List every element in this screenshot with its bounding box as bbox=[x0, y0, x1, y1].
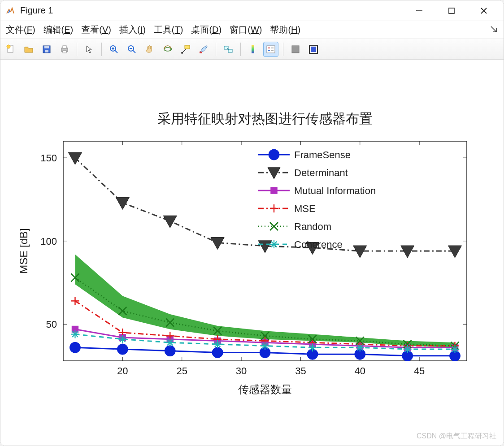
svg-text:25: 25 bbox=[176, 365, 187, 377]
menu-tools[interactable]: 工具(T) bbox=[154, 24, 183, 36]
watermark: CSDN @电气工程研习社 bbox=[417, 432, 496, 441]
menu-window[interactable]: 窗口(W) bbox=[230, 24, 262, 36]
menu-view[interactable]: 查看(V) bbox=[81, 24, 111, 36]
hide-plot-icon[interactable] bbox=[288, 42, 303, 57]
svg-rect-22 bbox=[200, 52, 202, 53]
chart: 采用特征映射对热图进行传感器布置50100150202530354045传感器数… bbox=[0, 61, 504, 446]
menubar: 文件(F) 编辑(E) 查看(V) 插入(I) 工具(T) 桌面(D) 窗口(W… bbox=[0, 21, 504, 39]
svg-text:MSE [dB]: MSE [dB] bbox=[17, 228, 30, 273]
menu-insert[interactable]: 插入(I) bbox=[119, 24, 146, 36]
svg-text:100: 100 bbox=[40, 236, 57, 247]
close-button[interactable] bbox=[473, 3, 495, 19]
pointer-icon[interactable] bbox=[82, 42, 97, 57]
svg-rect-162 bbox=[271, 187, 277, 194]
svg-text:MSE: MSE bbox=[294, 203, 316, 214]
svg-text:20: 20 bbox=[117, 365, 128, 377]
svg-text:45: 45 bbox=[414, 365, 425, 377]
svg-text:35: 35 bbox=[295, 365, 306, 377]
svg-rect-8 bbox=[45, 50, 48, 52]
svg-rect-1 bbox=[449, 8, 454, 13]
svg-rect-31 bbox=[292, 46, 299, 53]
menu-desktop[interactable]: 桌面(D) bbox=[191, 24, 222, 36]
svg-point-21 bbox=[181, 52, 183, 54]
svg-point-5 bbox=[7, 45, 10, 48]
svg-line-13 bbox=[115, 50, 117, 53]
svg-text:Coherence: Coherence bbox=[294, 239, 343, 250]
svg-rect-20 bbox=[185, 45, 190, 49]
colorbar-icon[interactable] bbox=[245, 42, 261, 57]
svg-text:FrameSense: FrameSense bbox=[294, 149, 351, 160]
svg-text:采用特征映射对热图进行传感器布置: 采用特征映射对热图进行传感器布置 bbox=[157, 111, 373, 126]
figure-area[interactable]: 采用特征映射对热图进行传感器布置50100150202530354045传感器数… bbox=[0, 61, 504, 446]
open-folder-icon[interactable] bbox=[21, 42, 36, 57]
svg-text:传感器数量: 传感器数量 bbox=[238, 383, 292, 395]
pan-hand-icon[interactable] bbox=[142, 42, 157, 57]
figure-window: Figure 1 文件(F) 编辑(E) 查看(V) 插入(I) 工具(T) 桌… bbox=[0, 0, 504, 446]
svg-point-69 bbox=[212, 347, 223, 358]
svg-text:Determinant: Determinant bbox=[294, 167, 348, 178]
legend-icon[interactable] bbox=[263, 42, 278, 57]
menu-file[interactable]: 文件(F) bbox=[6, 24, 35, 36]
window-controls bbox=[408, 3, 495, 19]
svg-text:Random: Random bbox=[294, 221, 331, 232]
svg-point-19 bbox=[164, 48, 171, 51]
minimize-button[interactable] bbox=[408, 3, 430, 19]
link-plots-icon[interactable] bbox=[221, 42, 236, 57]
svg-text:150: 150 bbox=[40, 152, 57, 164]
svg-rect-11 bbox=[63, 51, 66, 53]
data-cursor-icon[interactable] bbox=[178, 42, 193, 57]
rotate-3d-icon[interactable] bbox=[160, 42, 175, 57]
svg-point-67 bbox=[117, 344, 128, 355]
menu-help[interactable]: 帮助(H) bbox=[270, 24, 300, 36]
svg-rect-26 bbox=[267, 46, 275, 53]
printer-icon[interactable] bbox=[57, 42, 72, 57]
svg-rect-25 bbox=[252, 45, 254, 53]
brush-icon[interactable] bbox=[196, 42, 211, 57]
zoom-in-icon[interactable] bbox=[106, 42, 122, 57]
svg-text:30: 30 bbox=[236, 365, 247, 377]
svg-line-17 bbox=[133, 50, 135, 53]
titlebar: Figure 1 bbox=[0, 0, 504, 21]
save-disk-icon[interactable] bbox=[39, 42, 54, 57]
matlab-icon bbox=[5, 5, 16, 16]
svg-rect-10 bbox=[63, 46, 66, 48]
svg-point-66 bbox=[70, 342, 80, 353]
svg-point-68 bbox=[165, 346, 175, 356]
svg-rect-33 bbox=[311, 47, 316, 52]
svg-text:Mutual Information: Mutual Information bbox=[294, 185, 376, 196]
svg-point-157 bbox=[269, 149, 279, 160]
new-file-icon[interactable] bbox=[3, 42, 18, 57]
svg-text:40: 40 bbox=[355, 365, 365, 377]
toolbar bbox=[0, 39, 504, 60]
zoom-out-icon[interactable] bbox=[124, 42, 139, 57]
maximize-button[interactable] bbox=[441, 3, 462, 19]
window-title: Figure 1 bbox=[20, 5, 53, 16]
svg-rect-7 bbox=[44, 46, 49, 48]
dock-arrow-icon[interactable] bbox=[490, 26, 497, 33]
svg-text:50: 50 bbox=[46, 319, 57, 330]
menu-edit[interactable]: 编辑(E) bbox=[43, 24, 74, 36]
subplot-icon[interactable] bbox=[306, 42, 321, 57]
